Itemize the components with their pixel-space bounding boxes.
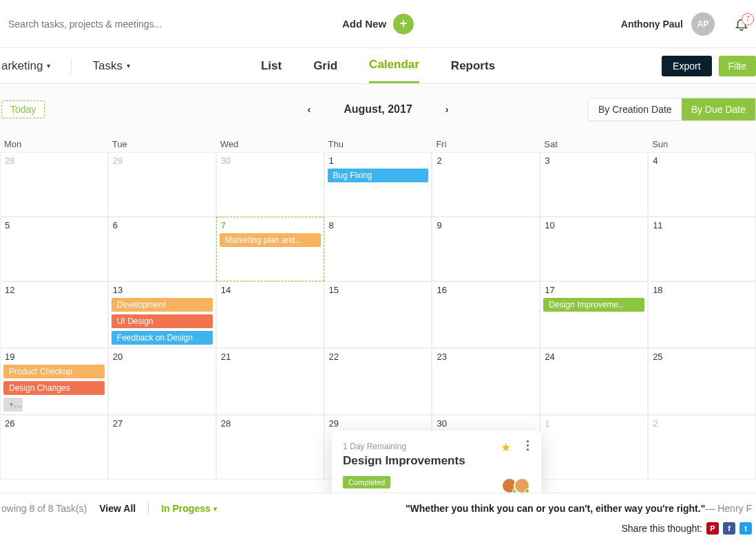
calendar-cell[interactable]: 25 xyxy=(648,348,756,415)
divider xyxy=(148,503,149,514)
project-label: arketing xyxy=(1,59,43,73)
project-dropdown[interactable]: arketing ▾ xyxy=(1,59,50,73)
day-number: 16 xyxy=(435,285,536,295)
calendar-cell[interactable]: 29 xyxy=(108,152,216,217)
calendar-event[interactable]: Design Changes xyxy=(3,381,105,395)
calendar-cell[interactable]: 1Bug Fixing xyxy=(324,152,432,217)
day-number: 12 xyxy=(3,285,105,295)
pinterest-icon[interactable]: P xyxy=(706,522,719,535)
calendar-cell[interactable]: 17Design Improveme... xyxy=(540,281,648,348)
filter-by-due[interactable]: By Due Date xyxy=(682,98,755,120)
day-number: 1 xyxy=(328,155,429,166)
calendar-cell[interactable]: 11 xyxy=(648,217,756,281)
calendar-event[interactable]: +2 xyxy=(3,398,23,411)
calendar-cell[interactable]: 28 xyxy=(216,415,324,480)
calendar-cell[interactable]: 6 xyxy=(108,217,216,281)
type-dropdown[interactable]: Tasks ▾ xyxy=(92,59,129,73)
avatar[interactable]: AP xyxy=(691,12,715,36)
caret-down-icon: ▾ xyxy=(213,505,217,513)
day-number: 3 xyxy=(543,155,644,166)
user-name[interactable]: Anthony Paul xyxy=(621,19,683,30)
export-button[interactable]: Export xyxy=(662,56,711,76)
twitter-icon[interactable]: t xyxy=(739,522,752,535)
calendar-cell[interactable]: 30 xyxy=(216,152,324,217)
calendar-cell[interactable]: 10 xyxy=(540,217,648,281)
calendar-cell[interactable]: 27 xyxy=(108,415,216,480)
facebook-icon[interactable]: f xyxy=(723,522,735,535)
today-button[interactable]: Today xyxy=(1,100,45,118)
day-number: 28 xyxy=(220,418,321,429)
day-number: 6 xyxy=(112,220,213,230)
calendar-event[interactable]: Development xyxy=(112,298,213,312)
day-number: 2 xyxy=(435,155,536,166)
calendar-cell[interactable]: 28 xyxy=(0,152,108,217)
day-number: 2 xyxy=(651,418,753,429)
status-filter-dropdown[interactable]: In Progess ▾ xyxy=(161,503,217,514)
filter-button[interactable]: Filte xyxy=(719,56,756,76)
day-number: 4 xyxy=(651,155,753,166)
calendar-cell[interactable]: 22 xyxy=(324,348,432,415)
calendar-cell[interactable]: 13DevelopmentUI DesignFeedback on Design xyxy=(108,281,216,348)
calendar-cell[interactable]: 26 xyxy=(0,415,108,480)
calendar-cell[interactable]: 12 xyxy=(0,281,108,348)
calendar-event[interactable]: Product Checkup xyxy=(3,365,105,378)
calendar-cell[interactable]: 3 xyxy=(540,152,648,217)
day-header: Wed xyxy=(216,135,324,152)
calendar-event[interactable]: Design Improveme... xyxy=(543,298,644,312)
calendar-cell[interactable]: 2 xyxy=(432,152,540,217)
day-number: 29 xyxy=(112,155,213,166)
calendar-event[interactable]: Bug Fixing xyxy=(328,169,429,182)
calendar-cell[interactable]: 14 xyxy=(216,281,324,348)
next-month-button[interactable]: › xyxy=(445,104,449,115)
divider xyxy=(71,58,72,74)
calendar-cell[interactable]: 1 xyxy=(540,415,648,480)
day-header: Thu xyxy=(324,135,432,152)
calendar-cell[interactable]: 19Product CheckupDesign Changes+2 xyxy=(0,348,108,415)
day-number: 1 xyxy=(543,418,644,429)
day-header: Sun xyxy=(648,135,756,152)
calendar-cell[interactable]: 15 xyxy=(324,281,432,348)
day-number: 11 xyxy=(651,220,753,230)
day-number: 18 xyxy=(651,285,753,295)
prev-month-button[interactable]: ‹ xyxy=(308,104,311,115)
day-number: 8 xyxy=(328,220,429,230)
tab-calendar[interactable]: Calendar xyxy=(369,48,419,83)
calendar-cell[interactable]: 4 xyxy=(648,152,756,217)
notifications-button[interactable]: 7 xyxy=(734,17,749,32)
assignee-avatar[interactable] xyxy=(514,477,530,494)
day-number: 10 xyxy=(543,220,644,230)
calendar-cell[interactable]: 23 xyxy=(432,348,540,415)
day-number: 30 xyxy=(220,155,321,166)
tab-grid[interactable]: Grid xyxy=(313,50,337,83)
add-new-label: Add New xyxy=(342,18,386,30)
day-number: 26 xyxy=(3,418,105,429)
calendar-cell[interactable]: 5 xyxy=(0,217,108,281)
calendar-cell[interactable]: 24 xyxy=(540,348,648,415)
calendar-cell[interactable]: 18 xyxy=(648,281,756,348)
add-new-button[interactable]: + xyxy=(393,14,414,34)
plus-icon: + xyxy=(400,17,408,31)
caret-down-icon: ▾ xyxy=(127,62,130,69)
day-number: 25 xyxy=(651,352,753,362)
tab-reports[interactable]: Reports xyxy=(451,50,495,83)
calendar-cell[interactable]: 21 xyxy=(216,348,324,415)
kebab-menu[interactable] xyxy=(527,440,529,451)
star-icon[interactable]: ★ xyxy=(501,440,511,455)
calendar-cell[interactable]: 7Marketing plan and... xyxy=(216,217,324,281)
calendar-cell[interactable]: 2 xyxy=(648,415,756,480)
filter-by-creation[interactable]: By Creation Date xyxy=(589,98,682,120)
tab-list[interactable]: List xyxy=(261,50,282,83)
search-input[interactable] xyxy=(7,19,269,30)
day-number: 9 xyxy=(435,220,536,230)
calendar-event[interactable]: Marketing plan and... xyxy=(220,233,321,247)
calendar-event[interactable]: UI Design xyxy=(112,314,213,328)
calendar-event[interactable]: Feedback on Design xyxy=(112,331,213,345)
calendar-cell[interactable]: 20 xyxy=(108,348,216,415)
calendar-cell[interactable]: 9 xyxy=(432,217,540,281)
calendar-cell[interactable]: 8 xyxy=(324,217,432,281)
day-number: 19 xyxy=(3,352,105,362)
type-label: Tasks xyxy=(92,59,122,73)
view-all-button[interactable]: View All xyxy=(99,503,136,514)
calendar-cell[interactable]: 16 xyxy=(432,281,540,348)
day-number: 21 xyxy=(220,352,321,362)
